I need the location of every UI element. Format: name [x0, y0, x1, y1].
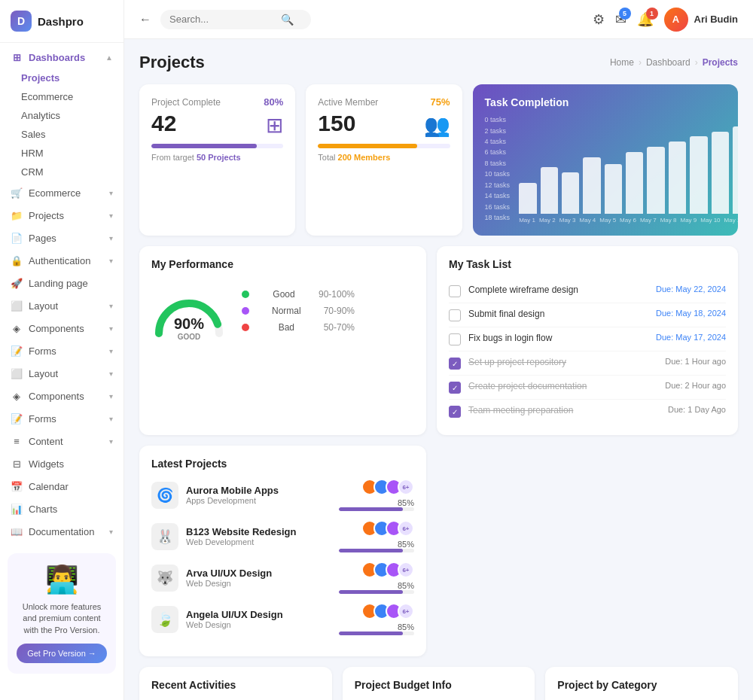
projects-row: Latest Projects 🌀 Aurora Mobile Apps App… [139, 446, 738, 656]
middle-row: My Performance 90% GOOD [139, 246, 738, 435]
sidebar-item-authentication[interactable]: 🔒 Authentication ▾ [0, 249, 123, 272]
sidebar-label-documentation: Documentation [29, 526, 94, 537]
bell-button[interactable]: 🔔 1 [637, 11, 654, 28]
pages-icon: 📄 [11, 232, 23, 244]
settings-icon: ⚙ [593, 12, 605, 27]
sidebar-item-sales-sub[interactable]: Sales [21, 125, 123, 144]
top-stats-row: Project Complete 80% 42 ⊞ From target 50… [139, 84, 738, 236]
task-list-body: Complete wireframe designDue: May 22, 20… [449, 279, 726, 423]
sidebar-item-projects[interactable]: 📁 Projects ▾ [0, 204, 123, 227]
chart-xlabel-8: May 9 [681, 217, 697, 224]
bell-badge: 1 [646, 8, 658, 20]
project-logo-3: 🍃 [151, 606, 178, 633]
chart-bar-4 [605, 164, 622, 214]
content-icon: ≡ [11, 435, 23, 447]
logo-text: Dashpro [38, 15, 84, 28]
chart-x-axis: May 1May 2May 3May 4May 5May 6May 7May 8… [519, 217, 738, 224]
performance-legend: Good 90-100% Normal 70-90% Bad 50-70% [242, 289, 355, 333]
sidebar-item-layout1[interactable]: ⬜ Layout ▾ [0, 294, 123, 317]
task-checkbox-2[interactable] [449, 333, 461, 345]
legend-normal-name: Normal [272, 306, 301, 316]
sidebar-label-components1: Components [29, 323, 84, 334]
performance-card: My Performance 90% GOOD [139, 246, 426, 435]
sidebar-item-hrm-sub[interactable]: HRM [21, 144, 123, 163]
sidebar-item-charts[interactable]: 📊 Charts [0, 498, 123, 520]
user-name: Ari Budin [694, 14, 739, 25]
sidebar-label-content: Content [29, 436, 63, 447]
mini-avatar-more-1: 6+ [398, 520, 414, 537]
sidebar-item-dashboards[interactable]: ⊞ Dashboards ▲ [0, 46, 123, 68]
search-icon[interactable]: 🔍 [281, 14, 294, 26]
legend-good: Good 90-100% [242, 289, 355, 300]
search-input[interactable] [169, 14, 275, 25]
layout1-icon: ⬜ [11, 300, 23, 312]
chart-xlabel-3: May 4 [580, 217, 596, 224]
widgets-icon: ⊟ [11, 458, 23, 470]
chart-bars [519, 116, 738, 214]
sidebar-item-ecommerce-sub[interactable]: Ecommerce [21, 87, 123, 106]
get-pro-button[interactable]: Get Pro Version → [17, 644, 107, 663]
sidebar-item-calendar[interactable]: 📅 Calendar [0, 475, 123, 498]
sidebar-item-components2[interactable]: ◈ Components ▾ [0, 385, 123, 407]
sidebar-item-pages[interactable]: 📄 Pages ▾ [0, 227, 123, 249]
settings-button[interactable]: ⚙ [593, 11, 605, 28]
task-checkbox-0[interactable] [449, 285, 461, 297]
sidebar-item-widgets[interactable]: ⊟ Widgets [0, 452, 123, 475]
legend-good-range: 90-100% [319, 289, 355, 300]
task-text-3: Set up project repository [468, 357, 657, 367]
sidebar-item-forms1[interactable]: 📝 Forms ▾ [0, 339, 123, 362]
task-checkbox-1[interactable] [449, 309, 461, 321]
project-name-0: Aurora Mobile Apps [186, 485, 331, 496]
project-item-1: 🐰 B123 Website Redesign Web Development … [151, 520, 414, 552]
breadcrumb-dashboard[interactable]: Dashboard [646, 57, 691, 68]
sidebar-item-components1[interactable]: ◈ Components ▾ [0, 317, 123, 339]
member-progress-bar [318, 144, 450, 148]
sidebar-label-layout2: Layout [29, 368, 58, 379]
chart-xlabel-2: May 3 [559, 217, 576, 224]
chart-bar-5 [626, 152, 643, 214]
page-header: Projects Home › Dashboard › Projects [139, 53, 738, 72]
sidebar-item-layout2[interactable]: ⬜ Layout ▾ [0, 362, 123, 385]
task-item-5: ✓Team meeting preparationDue: 1 Day Ago [449, 400, 726, 423]
sidebar-label-dashboards: Dashboards [29, 52, 85, 63]
project-icon: ⊞ [266, 113, 283, 138]
user-avatar-wrap[interactable]: A Ari Budin [664, 8, 739, 32]
project-target: 50 Projects [197, 153, 241, 162]
chart-bar-7 [669, 142, 686, 214]
chevron-icon-4: ▾ [109, 234, 113, 242]
task-checkbox-3[interactable]: ✓ [449, 358, 461, 370]
sidebar-item-analytics-sub[interactable]: Analytics [21, 106, 123, 125]
task-item-0: Complete wireframe designDue: May 22, 20… [449, 279, 726, 303]
chevron-icon-12: ▾ [109, 437, 113, 446]
task-list-card: My Task List Complete wireframe designDu… [437, 246, 738, 435]
back-button[interactable]: ← [139, 13, 151, 26]
task-text-2: Fix bugs in login flow [468, 333, 648, 343]
sidebar-item-content[interactable]: ≡ Content ▾ [0, 430, 123, 452]
proj-progress-0 [339, 507, 414, 511]
category-card: Project by Category [545, 667, 738, 700]
chart-xlabel-0: May 1 [519, 217, 535, 224]
sidebar-item-landing[interactable]: 🚀 Landing page [0, 272, 123, 294]
task-item-2: Fix bugs in login flowDue: May 17, 2024 [449, 327, 726, 352]
activities-card: Recent Activities ✓May 12, 10:21 AM John… [139, 667, 332, 700]
sidebar-item-ecommerce[interactable]: 🛒 Ecommerce ▾ [0, 181, 123, 204]
task-item-1: Submit final designDue: May 18, 2024 [449, 303, 726, 327]
mail-badge: 5 [619, 8, 631, 20]
sidebar-item-documentation[interactable]: 📖 Documentation ▾ [0, 520, 123, 543]
gauge-label: GOOD [174, 333, 204, 341]
breadcrumb-home[interactable]: Home [610, 57, 634, 68]
chart-xlabel-4: May 5 [599, 217, 616, 224]
chevron-icon: ▲ [105, 53, 113, 62]
sidebar-item-projects-sub[interactable]: Projects [21, 68, 123, 87]
sidebar-item-crm-sub[interactable]: CRM [21, 163, 123, 181]
mail-button[interactable]: ✉ 5 [615, 11, 626, 28]
breadcrumb-sep-1: › [639, 57, 642, 68]
task-checkbox-5[interactable]: ✓ [449, 406, 461, 418]
project-logo-1: 🐰 [151, 523, 178, 550]
active-member-label: Active Member [318, 97, 378, 108]
latest-projects-card: Latest Projects 🌀 Aurora Mobile Apps App… [139, 446, 426, 656]
task-checkbox-4[interactable]: ✓ [449, 382, 461, 394]
calendar-icon: 📅 [11, 480, 23, 492]
legend-bad-name: Bad [279, 322, 294, 333]
sidebar-item-forms2[interactable]: 📝 Forms ▾ [0, 407, 123, 430]
